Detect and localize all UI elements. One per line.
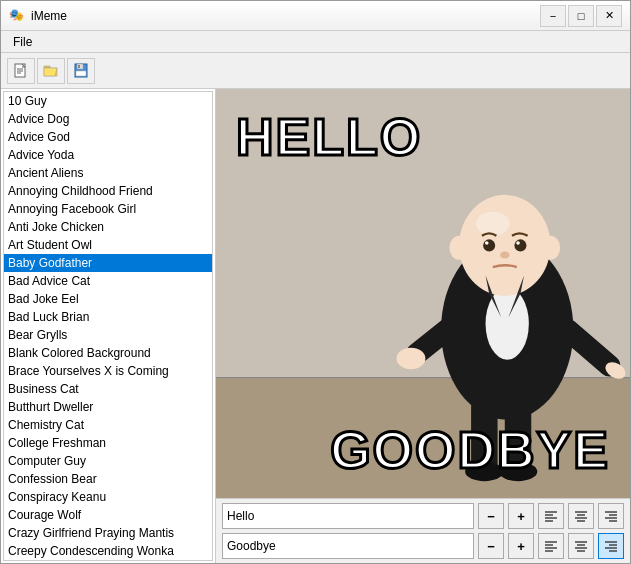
- list-item[interactable]: Advice Dog: [4, 110, 212, 128]
- svg-point-30: [449, 236, 468, 260]
- align-left-icon: [544, 510, 558, 522]
- new-button[interactable]: [7, 58, 35, 84]
- svg-rect-10: [78, 65, 80, 68]
- list-item[interactable]: 10 Guy: [4, 92, 212, 110]
- svg-point-27: [485, 241, 489, 245]
- app-icon: 🎭: [9, 8, 25, 24]
- svg-rect-4: [44, 66, 50, 68]
- list-item[interactable]: Computer Guy: [4, 452, 212, 470]
- meme-top-text: Hello: [236, 107, 422, 167]
- list-item[interactable]: Creepy Condescending Wonka: [4, 542, 212, 560]
- open-button[interactable]: [37, 58, 65, 84]
- meme-preview: Hello Goodbye: [216, 89, 630, 498]
- list-item[interactable]: Bad Advice Cat: [4, 272, 212, 290]
- list-item[interactable]: Bad Joke Eel: [4, 290, 212, 308]
- list-item[interactable]: Art Student Owl: [4, 236, 212, 254]
- menu-file[interactable]: File: [5, 33, 40, 51]
- top-align-center-button[interactable]: [568, 503, 594, 529]
- app-title: iMeme: [31, 9, 540, 23]
- input-area: − +: [216, 498, 630, 563]
- close-button[interactable]: ✕: [596, 5, 622, 27]
- list-item[interactable]: Annoying Facebook Girl: [4, 200, 212, 218]
- minimize-button[interactable]: −: [540, 5, 566, 27]
- window-controls: − □ ✕: [540, 5, 622, 27]
- main-window: 🎭 iMeme − □ ✕ File: [0, 0, 631, 564]
- main-content: 10 GuyAdvice DogAdvice GodAdvice YodaAnc…: [1, 89, 630, 563]
- bottom-text-row: − +: [222, 533, 624, 559]
- svg-point-26: [514, 239, 526, 251]
- top-minus-button[interactable]: −: [478, 503, 504, 529]
- list-item[interactable]: Butthurt Dweller: [4, 398, 212, 416]
- list-item[interactable]: Advice God: [4, 128, 212, 146]
- list-item[interactable]: Confession Bear: [4, 470, 212, 488]
- meme-image: Hello Goodbye: [216, 89, 630, 498]
- save-button[interactable]: [67, 58, 95, 84]
- top-plus-button[interactable]: +: [508, 503, 534, 529]
- open-icon: [43, 63, 59, 79]
- list-item[interactable]: Blank Colored Background: [4, 344, 212, 362]
- svg-point-25: [483, 239, 495, 251]
- svg-point-35: [397, 348, 426, 370]
- list-item[interactable]: Conspiracy Keanu: [4, 488, 212, 506]
- right-panel: Hello Goodbye − +: [216, 89, 630, 563]
- svg-marker-6: [44, 68, 57, 76]
- list-item[interactable]: Business Cat: [4, 380, 212, 398]
- list-item[interactable]: Brace Yourselves X is Coming: [4, 362, 212, 380]
- align-center-icon-2: [574, 540, 588, 552]
- list-panel: 10 GuyAdvice DogAdvice GodAdvice YodaAnc…: [1, 89, 216, 563]
- bottom-align-right-button[interactable]: [598, 533, 624, 559]
- bottom-align-center-button[interactable]: [568, 533, 594, 559]
- top-align-right-button[interactable]: [598, 503, 624, 529]
- top-text-input[interactable]: [222, 503, 474, 529]
- list-item[interactable]: Baby Godfather: [4, 254, 212, 272]
- new-icon: [13, 63, 29, 79]
- list-item[interactable]: Chemistry Cat: [4, 416, 212, 434]
- maximize-button[interactable]: □: [568, 5, 594, 27]
- svg-point-23: [459, 195, 550, 296]
- svg-point-29: [500, 251, 510, 258]
- list-item[interactable]: Anti Joke Chicken: [4, 218, 212, 236]
- bottom-align-left-button[interactable]: [538, 533, 564, 559]
- svg-point-28: [516, 241, 520, 245]
- align-right-icon: [604, 510, 618, 522]
- menu-bar: File: [1, 31, 630, 53]
- list-item[interactable]: Advice Yoda: [4, 146, 212, 164]
- toolbar: [1, 53, 630, 89]
- svg-rect-9: [76, 71, 86, 76]
- list-item[interactable]: Bear Grylls: [4, 326, 212, 344]
- save-icon: [73, 63, 89, 79]
- align-right-icon-2: [604, 540, 618, 552]
- list-item[interactable]: College Freshman: [4, 434, 212, 452]
- list-item[interactable]: Depression Dog: [4, 560, 212, 561]
- list-item[interactable]: Annoying Childhood Friend: [4, 182, 212, 200]
- list-item[interactable]: Bad Luck Brian: [4, 308, 212, 326]
- meme-bottom-text: Goodbye: [330, 420, 610, 480]
- align-left-icon-2: [544, 540, 558, 552]
- top-text-row: − +: [222, 503, 624, 529]
- svg-point-24: [476, 212, 510, 236]
- list-item[interactable]: Crazy Girlfriend Praying Mantis: [4, 524, 212, 542]
- list-item[interactable]: Ancient Aliens: [4, 164, 212, 182]
- svg-point-31: [541, 236, 560, 260]
- meme-list[interactable]: 10 GuyAdvice DogAdvice GodAdvice YodaAnc…: [3, 91, 213, 561]
- align-center-icon: [574, 510, 588, 522]
- bottom-minus-button[interactable]: −: [478, 533, 504, 559]
- list-item[interactable]: Courage Wolf: [4, 506, 212, 524]
- top-align-left-button[interactable]: [538, 503, 564, 529]
- title-bar: 🎭 iMeme − □ ✕: [1, 1, 630, 31]
- bottom-plus-button[interactable]: +: [508, 533, 534, 559]
- bottom-text-input[interactable]: [222, 533, 474, 559]
